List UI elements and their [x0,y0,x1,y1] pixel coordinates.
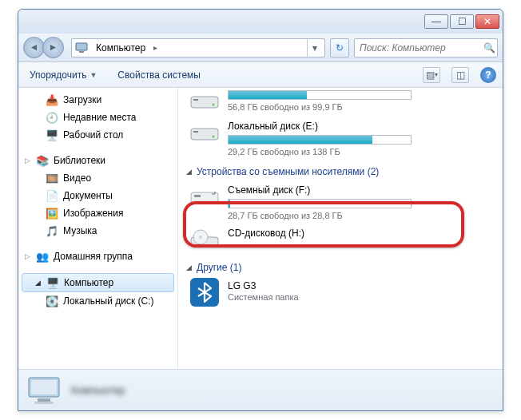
svg-rect-3 [193,99,198,101]
svg-rect-16 [38,398,50,402]
libraries-icon: 📚 [36,154,49,167]
computer-icon: 🖥️ [46,276,59,289]
sidebar-item-libraries[interactable]: ▷📚Библиотеки [18,152,177,169]
sidebar-item-pictures[interactable]: 🖼️Изображения [18,204,177,222]
drive-label: Съемный диск (F:) [228,184,491,196]
search-input[interactable] [360,42,480,53]
bluetooth-icon [189,279,220,305]
device-label: LG G3 [228,279,491,292]
forward-button[interactable]: ► [42,37,64,58]
drive-label: CD-дисковод (H:) [228,227,491,240]
drive-icon: 💽 [46,295,58,307]
music-icon: 🎵 [46,224,58,237]
drive-label: Локальный диск (E:) [228,120,491,133]
capacity-bar [228,135,412,145]
device-type: Системная папка [228,292,491,302]
downloads-icon: 📥 [46,93,58,106]
drive-item-optical[interactable]: CD-дисковод (H:) [185,224,496,256]
pictures-icon: 🖼️ [46,207,58,220]
drive-status: 56,8 ГБ свободно из 99,9 ГБ [228,102,491,112]
nav-bar: ◄ ► Компьютер ▸ ▾ ↻ 🔍 [18,34,503,62]
toolbar: Упорядочить▼ Свойства системы ▤ ▾ ◫ ? [18,62,503,88]
device-item[interactable]: LG G3 Системная папка [185,276,496,308]
video-icon: 🎞️ [46,172,58,184]
sidebar-item-local-c[interactable]: 💽Локальный диск (C:) [18,292,177,310]
close-button[interactable]: ✕ [475,14,499,29]
minimize-button[interactable]: — [424,14,448,29]
desktop-icon: 🖥️ [46,129,58,141]
hdd-icon [189,120,220,145]
cd-drive-icon [189,227,220,252]
search-box[interactable]: 🔍 [354,38,498,57]
refresh-button[interactable]: ↻ [330,38,349,57]
titlebar: — ☐ ✕ [18,10,503,34]
system-properties-button[interactable]: Свойства системы [113,66,205,84]
drive-item-removable[interactable]: Съемный диск (F:) 28,7 ГБ свободно из 28… [185,180,496,224]
svg-rect-6 [193,131,198,133]
svg-rect-17 [34,402,54,404]
collapse-icon[interactable]: ◢ [186,168,192,176]
navigation-pane: 📥Загрузки 🕘Недавние места 🖥️Рабочий стол… [18,88,178,369]
sidebar-item-homegroup[interactable]: ▷👥Домашняя группа [18,248,177,265]
computer-icon [75,42,88,54]
computer-large-icon [26,374,62,406]
drive-status: 29,2 ГБ свободно из 138 ГБ [228,147,491,157]
documents-icon: 📄 [46,189,58,202]
organize-menu[interactable]: Упорядочить▼ [25,66,101,84]
svg-point-4 [213,104,215,106]
view-mode-button[interactable]: ▤ ▾ [423,67,440,83]
section-other[interactable]: ◢ Другие (1) [185,256,496,276]
hdd-icon [189,88,220,113]
expand-icon[interactable]: ▷ [25,157,30,164]
sidebar-item-video[interactable]: 🎞️Видео [18,169,177,187]
details-title: Компьютер [71,384,125,396]
sidebar-item-recent[interactable]: 🕘Недавние места [18,109,177,126]
expand-icon[interactable]: ▷ [25,252,30,260]
svg-rect-0 [76,43,87,50]
sidebar-item-desktop[interactable]: 🖥️Рабочий стол [18,126,177,144]
removable-drive-icon [189,184,220,209]
sidebar-item-music[interactable]: 🎵Музыка [18,222,177,240]
svg-rect-5 [191,129,218,140]
address-bar[interactable]: Компьютер ▸ ▾ [71,38,325,57]
breadcrumb-computer[interactable]: Компьютер [93,41,149,55]
back-button[interactable]: ◄ [23,37,45,58]
collapse-icon[interactable]: ◢ [186,263,192,271]
sidebar-item-computer[interactable]: ◢🖥️Компьютер [22,273,174,292]
search-icon: 🔍 [483,42,495,53]
chevron-right-icon[interactable]: ▸ [153,43,157,52]
sidebar-item-documents[interactable]: 📄Документы [18,187,177,204]
svg-rect-9 [194,195,201,197]
section-removable-devices[interactable]: ◢ Устройства со съемными носителями (2) [185,160,496,180]
svg-rect-2 [191,97,218,108]
svg-point-7 [213,136,215,138]
content-pane: 56,8 ГБ свободно из 99,9 ГБ Локальный ди… [178,88,503,369]
homegroup-icon: 👥 [36,250,49,263]
capacity-bar [228,90,412,100]
sidebar-item-downloads[interactable]: 📥Загрузки [18,91,177,109]
details-pane: Компьютер [18,369,503,410]
svg-rect-15 [31,380,57,394]
svg-rect-1 [79,51,84,53]
help-button[interactable]: ? [480,67,496,83]
capacity-bar [228,199,412,208]
drive-status: 28,7 ГБ свободно из 28,8 ГБ [228,211,491,220]
maximize-button[interactable]: ☐ [450,14,474,29]
recent-icon: 🕘 [46,111,58,124]
drive-item[interactable]: 56,8 ГБ свободно из 99,9 ГБ [185,88,496,117]
collapse-icon[interactable]: ◢ [35,279,41,287]
svg-point-12 [199,236,202,239]
preview-pane-button[interactable]: ◫ [451,67,469,83]
explorer-window: — ☐ ✕ ◄ ► Компьютер ▸ ▾ ↻ 🔍 Упорядочить▼… [18,9,503,411]
drive-item[interactable]: Локальный диск (E:) 29,2 ГБ свободно из … [185,117,496,160]
address-dropdown[interactable]: ▾ [307,39,321,57]
